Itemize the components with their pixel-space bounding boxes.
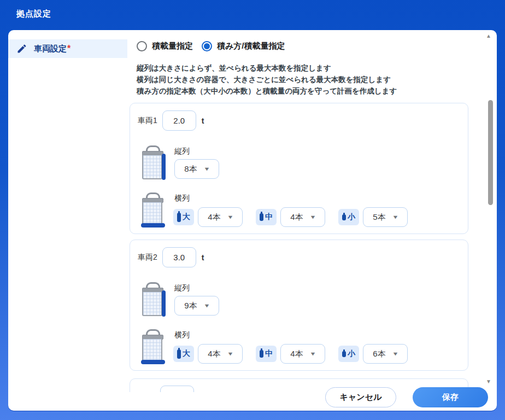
scrollbar-down-arrow[interactable]: ▼	[485, 379, 492, 384]
description-text: 縦列は大きさによらず、並べられる最大本数を指定します 横列は同じ大きさの容器で、…	[137, 62, 397, 97]
size-label: 大	[183, 212, 190, 222]
size-group-large: 大 4本 ▼	[173, 344, 243, 364]
size-label: 中	[265, 349, 273, 359]
sidebar-item-vehicle-settings[interactable]: 車両設定 *	[8, 39, 127, 58]
chevron-down-icon: ▼	[227, 351, 233, 357]
cylinder-small-icon	[342, 214, 346, 220]
column-count-dropdown[interactable]: 9本 ▼	[174, 296, 219, 316]
column-label: 縦列	[174, 283, 190, 293]
vehicle-card-1: 車両1 t 縦列 8本 ▼ 横列 大	[130, 103, 468, 234]
dropdown-value: 4本	[208, 212, 220, 223]
cylinder-large-icon	[177, 213, 181, 222]
horizontal-row-crate-icon	[141, 192, 166, 228]
vehicle-weight-input[interactable]	[162, 110, 196, 131]
cancel-button[interactable]: キャンセル	[325, 387, 396, 407]
size-label: 中	[265, 212, 273, 222]
dropdown-value: 6本	[373, 349, 385, 359]
dropdown-value: 4本	[290, 349, 303, 359]
column-label: 縦列	[174, 147, 190, 156]
load-mode-radio-group: 積載量指定 積み方/積載量指定	[137, 41, 285, 51]
dropdown-value: 4本	[290, 212, 303, 223]
row-count-dropdown-medium[interactable]: 4本 ▼	[280, 207, 325, 227]
required-mark: *	[67, 44, 71, 54]
row-label: 横列	[174, 330, 190, 340]
column-count-dropdown[interactable]: 8本 ▼	[174, 159, 219, 179]
dialog-title: 拠点設定	[16, 9, 51, 19]
settings-dialog: 車両設定 * 積載量指定 積み方/積載量指定 縦列は大きさによらず、並べられる最…	[8, 30, 497, 411]
size-badge-medium: 中	[256, 346, 277, 362]
row-count-dropdown-large[interactable]: 4本 ▼	[198, 207, 243, 227]
vertical-column-crate-icon	[141, 145, 166, 180]
chevron-down-icon: ▼	[203, 303, 210, 308]
save-button[interactable]: 保存	[413, 387, 488, 407]
radio-option-capacity[interactable]: 積載量指定	[137, 41, 193, 51]
size-label: 大	[183, 349, 190, 359]
cylinder-medium-icon	[260, 213, 263, 221]
weight-unit-label: t	[202, 116, 204, 125]
size-badge-small: 小	[338, 209, 359, 225]
vehicle-weight-row: 車両1 t	[138, 110, 204, 131]
dropdown-value: 5本	[373, 212, 385, 223]
row-count-dropdown-small[interactable]: 6本 ▼	[363, 344, 408, 364]
chevron-down-icon: ▼	[309, 351, 316, 357]
chevron-down-icon: ▼	[392, 351, 398, 357]
dropdown-value: 9本	[184, 301, 197, 311]
size-label: 小	[348, 349, 355, 359]
chevron-down-icon: ▼	[309, 214, 316, 220]
sidebar-item-label: 車両設定	[34, 44, 67, 54]
vehicle-label: 車両2	[138, 253, 157, 262]
radio-option-label: 積載量指定	[152, 41, 193, 51]
vehicle-weight-input[interactable]	[162, 247, 196, 267]
size-group-medium: 中 4本 ▼	[256, 344, 325, 364]
radio-selected-icon[interactable]	[202, 41, 212, 51]
radio-option-stacking-capacity[interactable]: 積み方/積載量指定	[202, 41, 285, 51]
size-badge-large: 大	[173, 346, 194, 362]
dropdown-value: 4本	[208, 349, 220, 359]
size-group-small: 小 6本 ▼	[338, 344, 408, 364]
size-group-large: 大 4本 ▼	[173, 207, 243, 227]
cylinder-small-icon	[342, 351, 346, 357]
pencil-icon	[16, 43, 27, 54]
dropdown-value: 8本	[184, 164, 197, 174]
vehicle-weight-row: 車両2 t	[138, 247, 204, 267]
size-group-small: 小 5本 ▼	[338, 207, 408, 227]
chevron-down-icon: ▼	[203, 166, 210, 172]
radio-option-label: 積み方/積載量指定	[217, 41, 285, 51]
size-badge-large: 大	[173, 209, 194, 225]
description-line: 縦列は大きさによらず、並べられる最大本数を指定します	[137, 62, 397, 74]
size-group-medium: 中 4本 ▼	[256, 207, 325, 227]
scrollbar-up-arrow[interactable]: ▲	[485, 33, 492, 39]
vehicle-label: 車両1	[138, 116, 157, 126]
weight-unit-label: t	[202, 253, 204, 262]
row-size-controls: 大 4本 ▼ 中 4本 ▼	[173, 207, 408, 227]
chevron-down-icon: ▼	[227, 214, 233, 220]
vehicle-card-2: 車両2 t 縦列 9本 ▼ 横列 大	[130, 240, 468, 371]
chevron-down-icon: ▼	[392, 214, 398, 220]
horizontal-row-crate-icon	[141, 329, 166, 364]
cylinder-medium-icon	[260, 350, 263, 358]
radio-unselected-icon[interactable]	[137, 41, 147, 51]
vehicle-settings-panel: 積載量指定 積み方/積載量指定 縦列は大きさによらず、並べられる最大本数を指定し…	[127, 30, 486, 392]
cylinder-large-icon	[177, 349, 181, 359]
size-badge-medium: 中	[256, 209, 277, 225]
description-line: 積み方の指定本数（大中小の本数）と積載量の両方を守って計画を作成します	[137, 85, 397, 97]
vertical-column-crate-icon	[141, 282, 166, 317]
row-label: 横列	[174, 194, 190, 203]
size-badge-small: 小	[338, 346, 359, 362]
description-line: 横列は同じ大きさの容器で、大きさごとに並べられる最大本数を指定します	[137, 74, 397, 85]
row-count-dropdown-medium[interactable]: 4本 ▼	[280, 344, 325, 364]
row-count-dropdown-large[interactable]: 4本 ▼	[198, 344, 243, 364]
vehicle-weight-input[interactable]	[160, 386, 194, 392]
scrollbar-thumb[interactable]	[488, 100, 493, 205]
row-size-controls: 大 4本 ▼ 中 4本 ▼	[173, 344, 408, 364]
row-count-dropdown-small[interactable]: 5本 ▼	[363, 207, 408, 227]
size-label: 小	[348, 212, 355, 222]
